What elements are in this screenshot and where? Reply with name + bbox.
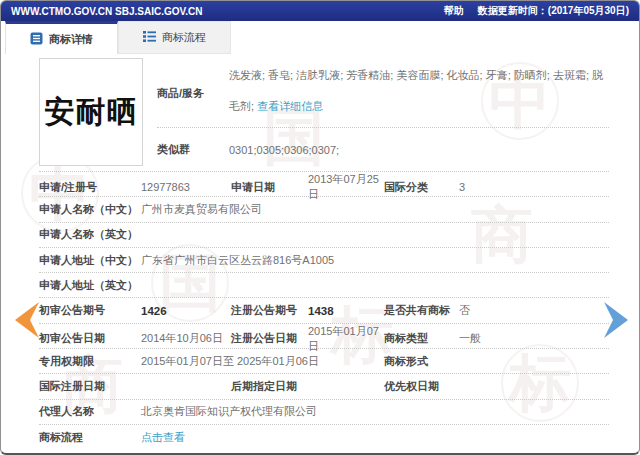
trademark-detail-panel: 中 国 国 商 商 标 标 中 安耐晒 商品/服务 洗发液; 香皂; 洁肤乳液;…	[1, 54, 639, 455]
field-label: 是否共有商标	[384, 303, 459, 318]
field-label: 商标类型	[384, 331, 459, 346]
field-label: 申请人地址（英文）	[39, 278, 141, 293]
field-label: 优先权日期	[384, 379, 459, 394]
field-value: 1426	[141, 305, 231, 317]
tab-bar: 商标详情 商标流程	[1, 21, 639, 54]
field-value: 北京奥肯国际知识产权代理有限公司	[141, 404, 609, 419]
top-bar: WWW.CTMO.GOV.CN SBJ.SAIC.GOV.CN 帮助 数据更新时…	[1, 1, 639, 21]
goods-services-label: 商品/服务	[157, 58, 229, 127]
field-value: 2014年10月06日	[141, 331, 231, 346]
field-value: 一般	[459, 331, 609, 346]
site-urls: WWW.CTMO.GOV.CN SBJ.SAIC.GOV.CN	[11, 6, 203, 17]
field-value: 否	[459, 303, 609, 318]
field-label: 代理人名称	[39, 404, 141, 419]
tab-label: 商标流程	[162, 30, 206, 45]
field-row-agent-name: 代理人名称 北京奥肯国际知识产权代理有限公司	[39, 400, 609, 425]
next-arrow-icon	[600, 326, 632, 343]
similar-group-label: 类似群	[157, 142, 229, 157]
prev-arrow-icon	[9, 326, 41, 343]
field-label: 申请人地址（中文）	[39, 253, 141, 268]
trademark-image: 安耐晒	[39, 58, 143, 166]
field-label: 商标形式	[384, 354, 459, 369]
field-row-applicant-address-cn: 申请人地址（中文） 广东省广州市白云区丛云路816号A1005	[39, 248, 609, 273]
similar-group-value: 0301;0305;0306;0307;	[229, 144, 339, 156]
field-label: 注册公告日期	[231, 331, 308, 346]
view-goods-detail-link[interactable]: 查看详细信息	[257, 98, 323, 116]
field-row-announcement-issues: 初审公告期号 1426 注册公告期号 1438 是否共有商标 否	[39, 298, 609, 323]
field-value: 12977863	[141, 181, 231, 193]
field-label: 初审公告期号	[39, 303, 141, 318]
bullet-list-icon	[143, 30, 156, 45]
field-row-applicant-name-en: 申请人名称（英文）	[39, 223, 609, 248]
field-label: 商标流程	[39, 430, 141, 445]
field-row-applicant-name-cn: 申请人名称（中文） 广州市麦真贸易有限公司	[39, 197, 609, 222]
tab-trademark-details[interactable]: 商标详情	[5, 21, 118, 54]
browser-window: WWW.CTMO.GOV.CN SBJ.SAIC.GOV.CN 帮助 数据更新时…	[0, 0, 640, 455]
field-value: 2013年07月25日	[308, 172, 384, 202]
field-value: 1438	[308, 305, 384, 317]
prev-arrow-button[interactable]	[9, 300, 41, 344]
field-row-trademark-process: 商标流程 点击查看	[39, 425, 609, 450]
help-link[interactable]: 帮助	[444, 4, 464, 18]
field-row-registration-number: 申请/注册号 12977863 申请日期 2013年07月25日 国际分类 3	[39, 172, 609, 197]
goods-services-value: 洗发液; 香皂; 洁肤乳液; 芳香精油; 美容面膜; 化妆品; 牙膏; 防晒剂;…	[229, 58, 609, 127]
field-value: 2015年01月07日	[308, 324, 384, 354]
field-label: 专用权期限	[39, 354, 141, 369]
data-update-time: 数据更新时间：(2017年05月30日)	[478, 4, 629, 18]
field-value: 广东省广州市白云区丛云路816号A1005	[141, 253, 609, 268]
next-arrow-button[interactable]	[600, 300, 632, 344]
field-value: 广州市麦真贸易有限公司	[141, 202, 609, 217]
field-label: 国际分类	[384, 180, 459, 195]
field-row-international-dates: 国际注册日期 后期指定日期 优先权日期	[39, 374, 609, 399]
field-row-applicant-address-en: 申请人地址（英文）	[39, 273, 609, 298]
detail-rows: 申请/注册号 12977863 申请日期 2013年07月25日 国际分类 3 …	[39, 171, 609, 450]
field-label: 初审公告日期	[39, 331, 141, 346]
field-label: 申请/注册号	[39, 180, 141, 195]
list-box-icon	[30, 32, 43, 47]
field-value: 2015年01月07日至 2025年01月06日	[141, 354, 384, 369]
field-row-announcement-dates: 初审公告日期 2014年10月06日 注册公告日期 2015年01月07日 商标…	[39, 324, 609, 349]
field-label: 申请人名称（英文）	[39, 227, 141, 242]
trademark-summary: 安耐晒 商品/服务 洗发液; 香皂; 洁肤乳液; 芳香精油; 美容面膜; 化妆品…	[39, 58, 609, 171]
field-row-exclusive-right-period: 专用权期限 2015年01月07日至 2025年01月06日 商标形式	[39, 349, 609, 374]
tab-trademark-process[interactable]: 商标流程	[118, 21, 231, 54]
field-label: 国际注册日期	[39, 379, 141, 394]
view-process-link[interactable]: 点击查看	[141, 431, 185, 443]
field-label: 后期指定日期	[231, 379, 308, 394]
field-value: 3	[459, 181, 609, 193]
field-label: 注册公告期号	[231, 303, 308, 318]
field-label: 申请日期	[231, 180, 308, 195]
tab-label: 商标详情	[49, 32, 93, 47]
field-label: 申请人名称（中文）	[39, 202, 141, 217]
